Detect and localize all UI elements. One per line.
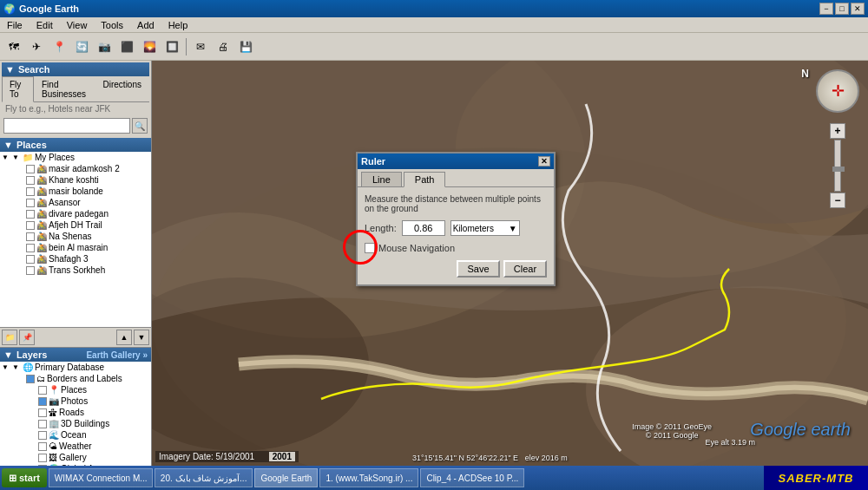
toolbar-btn-4[interactable]: 🔄 <box>71 36 92 57</box>
search-tabs: Fly To Find Businesses Directions <box>2 76 149 102</box>
layer-item-2[interactable]: 📍 Places <box>0 384 151 395</box>
start-button[interactable]: ⊞ start <box>2 468 47 487</box>
places-header[interactable]: ▼ Places <box>0 138 151 152</box>
places-label-2: Khane koshti <box>49 175 99 185</box>
places-item-1[interactable]: 🚵 masir adamkosh 2 <box>0 163 151 174</box>
tab-fly-to[interactable]: Fly To <box>2 76 34 102</box>
toolbar-btn-1[interactable]: 🗺 <box>3 36 24 57</box>
checkbox-4[interactable] <box>26 199 35 207</box>
taskbar-btn-3[interactable]: Google Earth <box>254 468 318 487</box>
checkbox-3[interactable] <box>26 187 35 196</box>
places-item-7[interactable]: 🚵 Na Shenas <box>0 231 151 242</box>
compass[interactable]: ✛ <box>816 69 859 113</box>
toolbar-btn-5[interactable]: 📷 <box>94 36 115 57</box>
toolbar-btn-11[interactable]: 💾 <box>235 36 256 57</box>
toolbar-btn-3[interactable]: 📍 <box>49 36 69 57</box>
places-label-6: Afjeh DH Trail <box>49 220 102 230</box>
toolbar-btn-2[interactable]: ✈ <box>26 36 47 57</box>
maximize-button[interactable]: □ <box>835 3 849 15</box>
layer-item-0[interactable]: ▼ ▼ 🌐 Primary Database <box>0 362 151 373</box>
zoom-slider[interactable] <box>834 140 841 192</box>
layers-expand-icon: ▼ <box>3 350 13 360</box>
menu-view[interactable]: View <box>63 19 91 31</box>
layer-item-4[interactable]: 🛣 Roads <box>0 407 151 418</box>
places-item-myplaces[interactable]: ▼ ▼ 📁 My Places <box>0 152 151 163</box>
search-input[interactable] <box>3 118 130 134</box>
layer-checkbox-4[interactable] <box>38 408 47 417</box>
menu-edit[interactable]: Edit <box>33 19 56 31</box>
layer-item-1[interactable]: 🗂 Borders and Labels <box>0 373 151 384</box>
checkbox-6[interactable] <box>26 221 35 230</box>
minimize-button[interactable]: − <box>819 3 833 15</box>
places-item-9[interactable]: 🚵 Shafagh 3 <box>0 253 151 265</box>
dialog-close-button[interactable]: ✕ <box>538 156 550 167</box>
toolbar-btn-10[interactable]: 🖨 <box>213 36 233 57</box>
zoom-in-button[interactable]: + <box>830 123 845 139</box>
layer-item-8[interactable]: 🖼 Gallery <box>0 452 151 463</box>
earth-gallery-link[interactable]: Earth Gallery » <box>86 350 148 360</box>
menu-tools[interactable]: Tools <box>97 19 127 31</box>
zoom-out-button[interactable]: − <box>830 193 845 208</box>
clear-button[interactable]: Clear <box>503 260 547 278</box>
taskbar-btn-2[interactable]: 20. آموزش شاف بایک... <box>155 468 253 487</box>
layer-checkbox-6[interactable] <box>38 431 47 440</box>
places-section: ▼ Places ▼ ▼ 📁 My Places 🚵 <box>0 138 151 347</box>
layer-item-5[interactable]: 🏢 3D Buildings <box>0 418 151 429</box>
places-item-10[interactable]: 🚵 Trans Sorkheh <box>0 265 151 276</box>
layer-item-7[interactable]: 🌤 Weather <box>0 441 151 452</box>
layer-checkbox-2[interactable] <box>38 386 47 395</box>
checkbox-7[interactable] <box>26 232 35 241</box>
close-button[interactable]: ✕ <box>851 3 865 15</box>
layer-item-6[interactable]: 🌊 Ocean <box>0 429 151 441</box>
places-item-6[interactable]: 🚵 Afjeh DH Trail <box>0 219 151 231</box>
start-icon: ⊞ <box>9 473 16 484</box>
places-btn-folder[interactable]: 📁 <box>2 330 17 345</box>
search-go-button[interactable]: 🔍 <box>132 118 148 134</box>
dialog-tab-line[interactable]: Line <box>361 172 402 186</box>
layer-checkbox-3[interactable] <box>38 397 47 406</box>
places-item-3[interactable]: 🚵 masir bolande <box>0 186 151 197</box>
layer-item-3[interactable]: 📷 Photos <box>0 395 151 407</box>
checkbox-9[interactable] <box>26 255 35 264</box>
places-item-4[interactable]: 🚵 Asansor <box>0 197 151 208</box>
places-label-7: Na Shenas <box>49 232 91 241</box>
mouse-nav-checkbox[interactable] <box>365 243 375 253</box>
layer-checkbox-5[interactable] <box>38 420 47 428</box>
menu-help[interactable]: Help <box>165 19 192 31</box>
layer-checkbox-8[interactable] <box>38 454 47 462</box>
places-btn-pin[interactable]: 📌 <box>19 330 35 345</box>
menu-add[interactable]: Add <box>134 19 158 31</box>
unit-dropdown[interactable]: Kilometers ▼ <box>450 220 520 236</box>
borders-icon: 🗂 <box>36 374 45 383</box>
places-btn-down[interactable]: ▼ <box>134 330 149 345</box>
toolbar-btn-8[interactable]: 🔲 <box>161 36 182 57</box>
layer-checkbox-7[interactable] <box>38 442 47 451</box>
north-indicator: N <box>801 68 809 80</box>
tab-directions[interactable]: Directions <box>95 76 149 101</box>
layers-header[interactable]: ▼ Layers Earth Gallery » <box>0 348 151 362</box>
toolbar-btn-7[interactable]: 🌄 <box>139 36 160 57</box>
places-btn-up[interactable]: ▲ <box>116 330 132 345</box>
toolbar-btn-6[interactable]: ⬛ <box>116 36 137 57</box>
checkbox-5[interactable] <box>26 210 35 219</box>
map-area[interactable]: N ✛ + − Image © 2011 GeoEye <box>152 61 868 466</box>
search-header[interactable]: ▼ Search <box>2 62 149 76</box>
places-item-5[interactable]: 🚵 divare padegan <box>0 208 151 219</box>
checkbox-1[interactable] <box>26 165 35 173</box>
dialog-tab-path[interactable]: Path <box>404 172 446 187</box>
taskbar-btn-5[interactable]: Clip_4 - ACDSee 10 P... <box>420 468 524 487</box>
search-label: Search <box>18 64 50 75</box>
places-item-2[interactable]: 🚵 Khane koshti <box>0 174 151 186</box>
checkbox-10[interactable] <box>26 266 35 275</box>
layer-checkbox-1[interactable] <box>26 375 35 383</box>
toolbar-btn-9[interactable]: ✉ <box>190 36 211 57</box>
save-button[interactable]: Save <box>457 260 500 278</box>
tab-find-businesses[interactable]: Find Businesses <box>34 76 95 101</box>
menu-file[interactable]: File <box>3 19 26 31</box>
taskbar-btn-4[interactable]: 1. (www.TakSong.ir) ... <box>319 468 418 487</box>
places-item-8[interactable]: 🚵 bein Al masrain <box>0 242 151 253</box>
checkbox-8[interactable] <box>26 244 35 252</box>
year-btn[interactable]: 2001 <box>269 452 295 461</box>
checkbox-2[interactable] <box>26 176 35 185</box>
taskbar-btn-1[interactable]: WIMAX Connection M... <box>49 468 153 487</box>
